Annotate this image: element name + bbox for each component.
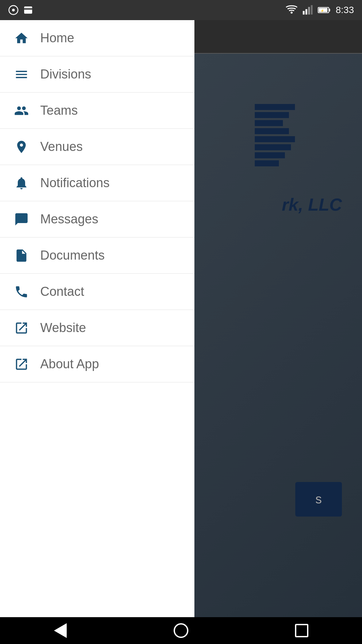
home-circle-icon <box>174 623 188 638</box>
status-left-icons <box>8 5 34 15</box>
menu-item-venues[interactable]: Venues <box>0 129 194 165</box>
recent-square-icon <box>295 624 308 637</box>
svg-rect-5 <box>303 11 304 15</box>
menu-item-home[interactable]: Home <box>0 20 194 56</box>
side-drawer: Home Divisions Teams Venues <box>0 20 194 617</box>
svg-point-1 <box>12 9 15 11</box>
documents-icon <box>13 248 29 264</box>
battery-icon: ⚡ <box>318 5 331 15</box>
card-icon <box>23 5 34 15</box>
sim-card-icon <box>8 5 19 15</box>
svg-point-4 <box>291 12 293 14</box>
status-bar: ⚡ 8:33 <box>0 0 362 20</box>
menu-item-teams[interactable]: Teams <box>0 93 194 129</box>
menu-label-messages: Messages <box>40 212 98 226</box>
svg-rect-8 <box>311 5 312 14</box>
menu-label-contact: Contact <box>40 284 84 299</box>
menu-item-divisions[interactable]: Divisions <box>0 56 194 93</box>
nav-recent-button[interactable] <box>292 621 312 641</box>
home-icon <box>13 30 29 46</box>
menu-label-documents: Documents <box>40 248 105 263</box>
back-icon <box>54 623 67 638</box>
about-icon <box>13 356 29 372</box>
svg-rect-3 <box>24 8 32 10</box>
notifications-icon <box>13 175 29 191</box>
menu-item-about-app[interactable]: About App <box>0 346 194 382</box>
menu-item-contact[interactable]: Contact <box>0 274 194 310</box>
website-icon <box>13 320 29 336</box>
nav-bar <box>0 617 362 644</box>
menu-label-about-app: About App <box>40 357 99 371</box>
svg-rect-10 <box>329 9 330 11</box>
status-right-icons: ⚡ 8:33 <box>286 4 354 16</box>
venues-icon <box>13 139 29 155</box>
messages-icon <box>13 211 29 227</box>
menu-item-documents[interactable]: Documents <box>0 237 194 274</box>
teams-icon <box>13 103 29 119</box>
menu-item-website[interactable]: Website <box>0 310 194 346</box>
menu-label-venues: Venues <box>40 140 83 154</box>
signal-icon <box>302 5 313 15</box>
svg-rect-7 <box>308 7 310 15</box>
svg-rect-6 <box>305 9 307 14</box>
menu-item-messages[interactable]: Messages <box>0 201 194 237</box>
menu-label-website: Website <box>40 321 86 335</box>
menu-label-teams: Teams <box>40 103 78 118</box>
status-time: 8:33 <box>336 5 354 15</box>
drawer-empty-space <box>0 382 194 617</box>
menu-label-home: Home <box>40 31 74 45</box>
nav-home-button[interactable] <box>171 621 191 641</box>
divisions-icon <box>13 66 29 83</box>
menu-label-divisions: Divisions <box>40 67 91 82</box>
svg-rect-2 <box>24 6 32 13</box>
wifi-icon <box>286 4 298 16</box>
nav-back-button[interactable] <box>50 621 70 641</box>
contact-icon <box>13 284 29 300</box>
menu-label-notifications: Notifications <box>40 176 110 190</box>
menu-item-notifications[interactable]: Notifications <box>0 165 194 201</box>
svg-text:⚡: ⚡ <box>320 9 324 13</box>
